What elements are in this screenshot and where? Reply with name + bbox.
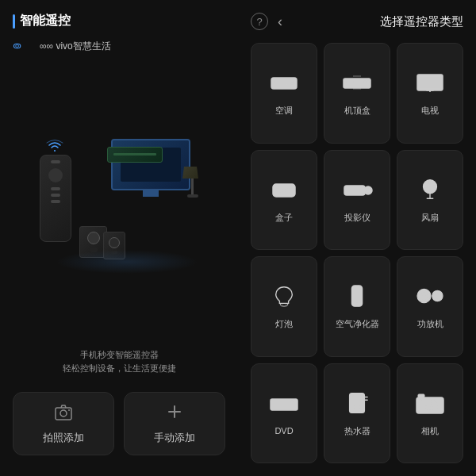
wifi-signal-icon bbox=[46, 139, 63, 156]
lamp-icon bbox=[182, 167, 202, 202]
camera-label: 相机 bbox=[421, 425, 439, 437]
svg-point-17 bbox=[282, 189, 286, 192]
proj-label: 投影仪 bbox=[344, 212, 370, 224]
svg-rect-34 bbox=[273, 401, 279, 403]
plus-icon bbox=[166, 403, 183, 424]
device-card-amp[interactable]: 功放机 bbox=[397, 256, 463, 357]
dvd-label: DVD bbox=[274, 426, 293, 436]
vivo-icon bbox=[13, 39, 35, 53]
action-buttons: 拍照添加 手动添加 bbox=[13, 392, 225, 463]
svg-point-0 bbox=[13, 44, 20, 48]
remote-btn-3 bbox=[51, 194, 60, 197]
device-card-air[interactable]: 空气净化器 bbox=[324, 256, 390, 357]
vivo-text: ∞∞ vivo智慧生活 bbox=[40, 40, 111, 53]
ac-label: 空调 bbox=[275, 105, 293, 117]
device-card-water[interactable]: 热水器 bbox=[324, 363, 390, 464]
svg-point-25 bbox=[356, 303, 358, 305]
device-card-proj[interactable]: 投影仪 bbox=[324, 150, 390, 251]
photo-add-label: 拍照添加 bbox=[43, 431, 84, 445]
svg-point-11 bbox=[364, 81, 367, 83]
bulb-label: 灯泡 bbox=[275, 318, 293, 330]
svg-rect-36 bbox=[351, 395, 362, 402]
svg-point-3 bbox=[60, 410, 67, 416]
svg-rect-9 bbox=[344, 79, 370, 88]
tagline: 手机秒变智能遥控器 轻松控制设备，让生活更便捷 bbox=[13, 348, 225, 376]
svg-rect-14 bbox=[420, 77, 440, 88]
device-card-fan[interactable]: 风扇 bbox=[397, 150, 463, 251]
svg-point-20 bbox=[367, 188, 370, 192]
svg-point-42 bbox=[420, 399, 422, 401]
back-button[interactable]: ‹ bbox=[278, 13, 282, 30]
tagline-line2: 轻松控制设备，让生活更便捷 bbox=[13, 362, 225, 376]
stb-label: 机顶盒 bbox=[344, 105, 370, 117]
right-header: ? ‹ 选择遥控器类型 bbox=[251, 13, 463, 30]
title-bar: 智能遥控 bbox=[13, 13, 71, 29]
air-label: 空气净化器 bbox=[336, 318, 379, 330]
device-card-stb[interactable]: 机顶盒 bbox=[324, 43, 390, 144]
manual-add-button[interactable]: 手动添加 bbox=[124, 392, 225, 455]
device-card-bulb[interactable]: 灯泡 bbox=[251, 256, 317, 357]
svg-point-33 bbox=[291, 401, 294, 403]
dvd-device-icon bbox=[268, 392, 300, 420]
tv-stand bbox=[143, 189, 159, 197]
svg-point-22 bbox=[428, 184, 432, 189]
camera-device-icon bbox=[414, 391, 446, 419]
header-left: 智能遥控 bbox=[13, 13, 225, 29]
device-card-dvd[interactable]: DVD bbox=[251, 363, 317, 464]
amp-device-icon bbox=[414, 284, 446, 312]
manual-add-label: 手动添加 bbox=[154, 431, 195, 445]
svg-point-1 bbox=[16, 45, 19, 48]
water-device-icon bbox=[341, 391, 373, 419]
fan-device-icon bbox=[414, 178, 446, 205]
svg-rect-10 bbox=[346, 81, 354, 83]
device-card-tv[interactable]: 电视 bbox=[397, 43, 463, 144]
svg-point-24 bbox=[355, 290, 359, 294]
svg-point-31 bbox=[436, 295, 439, 298]
photo-add-button[interactable]: 拍照添加 bbox=[13, 392, 114, 455]
svg-point-40 bbox=[431, 404, 433, 406]
box-label: 盒子 bbox=[275, 212, 293, 224]
stb-device-icon bbox=[341, 71, 373, 98]
remote-btn-1 bbox=[51, 160, 60, 163]
fan-label: 风扇 bbox=[421, 212, 439, 224]
water-label: 热水器 bbox=[344, 425, 370, 437]
box-device-icon bbox=[268, 178, 300, 205]
amp-label: 功放机 bbox=[417, 318, 443, 330]
device-card-camera[interactable]: 相机 bbox=[397, 363, 463, 464]
svg-point-12 bbox=[367, 81, 370, 83]
app-title: 智能遥控 bbox=[20, 13, 71, 29]
ac-device-icon bbox=[268, 71, 300, 98]
bulb-device-icon bbox=[268, 284, 300, 312]
camera-add-icon bbox=[54, 403, 73, 424]
help-button[interactable]: ? bbox=[251, 13, 268, 30]
remote-btn-2 bbox=[51, 187, 60, 190]
svg-rect-7 bbox=[274, 84, 287, 86]
proj-device-icon bbox=[341, 178, 373, 205]
tv-device-icon bbox=[414, 71, 446, 98]
remote-control-icon bbox=[40, 155, 71, 242]
tagline-line1: 手机秒变智能遥控器 bbox=[13, 348, 225, 363]
illustration-area bbox=[13, 63, 225, 342]
ac-icon bbox=[107, 147, 163, 163]
floor-shadow bbox=[56, 250, 198, 274]
remote-dpad bbox=[48, 168, 63, 182]
svg-point-8 bbox=[290, 82, 294, 85]
device-card-box[interactable]: 盒子 bbox=[251, 150, 317, 251]
illus-container bbox=[32, 123, 206, 282]
remote-btn-4 bbox=[51, 200, 60, 203]
device-card-ac[interactable]: 空调 bbox=[251, 43, 317, 144]
right-header-left: ? ‹ bbox=[251, 13, 282, 30]
svg-point-28 bbox=[423, 294, 426, 298]
svg-rect-41 bbox=[418, 394, 424, 397]
vivo-logo-area: ∞∞ vivo智慧生活 bbox=[13, 39, 225, 53]
device-grid: 空调 机顶盒 bbox=[251, 43, 463, 463]
svg-point-4 bbox=[68, 409, 70, 411]
title-accent bbox=[13, 14, 15, 29]
air-device-icon bbox=[341, 284, 373, 312]
left-panel: 智能遥控 ∞∞ vivo智慧生活 bbox=[0, 0, 238, 476]
right-panel-title: 选择遥控器类型 bbox=[380, 14, 463, 29]
right-panel: ? ‹ 选择遥控器类型 空调 bbox=[238, 0, 476, 476]
tv-label: 电视 bbox=[421, 105, 439, 117]
